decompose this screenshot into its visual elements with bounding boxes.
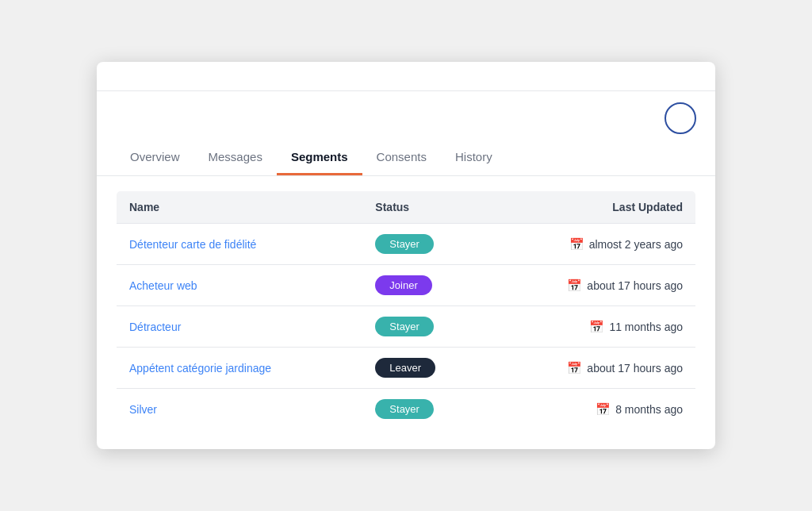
segment-name-cell: Silver xyxy=(117,389,363,430)
segment-name-link[interactable]: Détracteur xyxy=(129,321,181,333)
calendar-icon: 📅 xyxy=(567,279,582,293)
table-row: DétracteurStayer📅11 months ago xyxy=(117,306,696,348)
segment-status-cell: Joiner xyxy=(362,265,488,306)
segment-last-updated-cell: 📅about 17 hours ago xyxy=(488,348,696,389)
col-header-status: Status xyxy=(362,191,488,224)
tab-overview[interactable]: Overview xyxy=(116,142,194,175)
segment-last-updated-cell: 📅11 months ago xyxy=(488,306,696,348)
table-body: Détenteur carte de fidélitéStayer📅almost… xyxy=(117,224,696,430)
tab-segments[interactable]: Segments xyxy=(277,142,362,175)
col-header-last_updated: Last Updated xyxy=(488,191,696,224)
segment-name-link[interactable]: Acheteur web xyxy=(129,279,197,292)
segment-last-updated-cell: 📅about 17 hours ago xyxy=(488,265,696,306)
segment-name-cell: Détenteur carte de fidélité xyxy=(117,224,363,265)
contact-modal: OverviewMessagesSegmentsConsentsHistory … xyxy=(97,62,715,449)
status-badge: Stayer xyxy=(375,399,434,419)
refresh-button[interactable] xyxy=(665,102,696,134)
table-row: Appétent catégorie jardinageLeaver📅about… xyxy=(117,348,696,389)
table-row: SilverStayer📅8 months ago xyxy=(117,389,696,430)
table-header: NameStatusLast Updated xyxy=(117,191,696,224)
segments-table-container: NameStatusLast Updated Détenteur carte d… xyxy=(97,190,715,449)
table-row: Acheteur webJoiner📅about 17 hours ago xyxy=(117,265,696,306)
segments-table: NameStatusLast Updated Détenteur carte d… xyxy=(116,190,696,430)
segment-name-link[interactable]: Silver xyxy=(129,403,157,416)
close-button[interactable] xyxy=(687,76,696,79)
last-updated-text: about 17 hours ago xyxy=(587,362,683,375)
modal-header xyxy=(97,62,715,91)
col-header-name: Name xyxy=(117,191,363,224)
tab-bar: OverviewMessagesSegmentsConsentsHistory xyxy=(97,142,715,176)
segment-status-cell: Stayer xyxy=(362,306,488,348)
segment-last-updated-cell: 📅8 months ago xyxy=(488,389,696,430)
segment-name-link[interactable]: Appétent catégorie jardinage xyxy=(129,362,271,375)
calendar-icon: 📅 xyxy=(567,361,582,375)
last-updated-text: 11 months ago xyxy=(609,321,683,333)
segment-name-cell: Acheteur web xyxy=(117,265,363,306)
segment-name-cell: Appétent catégorie jardinage xyxy=(117,348,363,389)
status-badge: Stayer xyxy=(375,317,434,336)
last-updated-text: about 17 hours ago xyxy=(587,279,683,292)
tab-consents[interactable]: Consents xyxy=(362,142,441,175)
modal-toolbar xyxy=(97,91,715,137)
segment-status-cell: Leaver xyxy=(362,348,488,389)
segment-last-updated-cell: 📅almost 2 years ago xyxy=(488,224,696,265)
segment-name-link[interactable]: Détenteur carte de fidélité xyxy=(129,238,256,251)
calendar-icon: 📅 xyxy=(596,402,611,417)
last-updated-text: 8 months ago xyxy=(615,403,683,416)
tab-messages[interactable]: Messages xyxy=(194,142,277,175)
table-row: Détenteur carte de fidélitéStayer📅almost… xyxy=(117,224,696,265)
calendar-icon: 📅 xyxy=(589,320,604,334)
status-badge: Leaver xyxy=(375,358,435,378)
last-updated-text: almost 2 years ago xyxy=(589,238,683,251)
segment-status-cell: Stayer xyxy=(362,224,488,265)
status-badge: Joiner xyxy=(375,275,431,295)
segment-name-cell: Détracteur xyxy=(117,306,363,348)
status-badge: Stayer xyxy=(375,234,434,254)
segment-status-cell: Stayer xyxy=(362,389,488,430)
calendar-icon: 📅 xyxy=(569,237,584,252)
tab-history[interactable]: History xyxy=(441,142,507,175)
